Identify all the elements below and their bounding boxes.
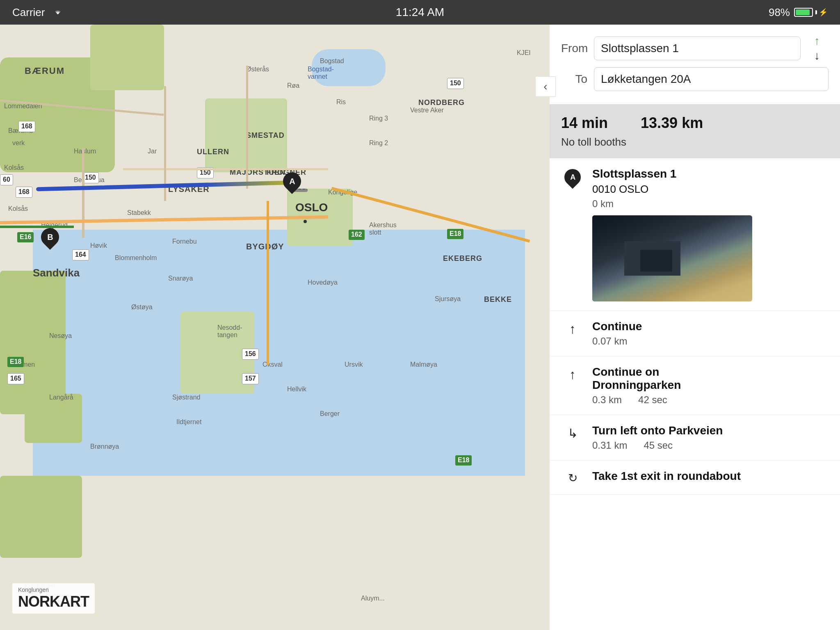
time-display: 11:24 AM: [396, 6, 444, 19]
road-e16: [0, 226, 74, 228]
direction-item-roundabout: ↻ Take 1st exit in roundabout: [550, 461, 840, 495]
direction-content-parkveien: Turn left onto Parkveien 0.31 km 45 sec: [592, 424, 829, 451]
to-input[interactable]: [594, 67, 829, 91]
label-bygdoy: BYGDØY: [246, 242, 284, 251]
swap-arrow-down-icon: ↓: [814, 49, 820, 62]
badge-e18-right: E18: [447, 229, 463, 239]
marker-a: A: [283, 172, 301, 195]
label-fornebu: Fornebu: [172, 238, 197, 245]
label-bekke: BEKKE: [484, 295, 512, 304]
swap-button[interactable]: ↑ ↓: [806, 34, 829, 62]
label-ildtjernet: Ildtjernet: [176, 418, 201, 426]
direction-time-parkveien: 45 sec: [644, 440, 673, 451]
label-nordberg: NORDBERG: [418, 98, 465, 107]
direction-title-continue: Continue: [592, 320, 829, 333]
label-ullern: ULLERN: [197, 148, 229, 156]
direction-title-parkveien: Turn left onto Parkveien: [592, 424, 829, 437]
direction-title-roundabout: Take 1st exit in roundabout: [592, 470, 829, 483]
label-kolsas2: Kolsås: [8, 205, 28, 212]
label-osteras: Østerås: [246, 66, 269, 73]
label-nesoddtangen: Nesodd-tangen: [217, 324, 242, 339]
label-kjei: KJEI: [517, 49, 531, 57]
direction-title-start: Slottsplassen 1: [592, 167, 829, 180]
direction-item-parkveien: ↱ Turn left onto Parkveien 0.31 km 45 se…: [550, 415, 840, 461]
map-area[interactable]: BÆRUM Bogstad Bogstad-vannet KJEI Lommed…: [0, 25, 550, 630]
label-hovik: Høvik: [90, 242, 107, 249]
badge-e18-bottom-left: E18: [7, 357, 24, 367]
label-baerum: BÆRUM: [25, 66, 65, 76]
badge-156: 156: [242, 349, 259, 360]
direction-distance-start: 0 km: [592, 198, 614, 210]
main-layout: BÆRUM Bogstad Bogstad-vannet KJEI Lommed…: [0, 25, 840, 630]
satellite-image: [592, 215, 752, 301]
from-row: From ↑ ↓: [561, 34, 829, 62]
label-sandvika: Sandvika: [33, 267, 80, 279]
from-input[interactable]: [594, 37, 801, 60]
label-roa: Røa: [287, 82, 299, 89]
badge-e16: E16: [17, 232, 34, 242]
label-hellvik: Hellvik: [287, 386, 306, 393]
direction-distance-parkveien: 0.31 km: [592, 440, 627, 451]
badge-162: 162: [349, 230, 365, 240]
back-button[interactable]: ‹: [535, 76, 556, 97]
summary-time: 14 min: [561, 114, 608, 132]
direction-content-continue: Continue 0.07 km: [592, 320, 829, 347]
badge-157: 157: [242, 373, 259, 384]
road-v2: [246, 66, 248, 189]
direction-distance-dronningparken: 0.3 km: [592, 394, 622, 406]
label-langara: Langårå: [49, 394, 73, 401]
label-oslo: OSLO: [295, 201, 328, 214]
to-label: To: [561, 73, 594, 86]
dot-marker: [304, 220, 307, 223]
label-jar: Jar: [148, 148, 157, 155]
road-e18-v: [267, 201, 269, 365]
norkart-subtext: Konglungen: [18, 587, 89, 593]
green-nesoya: [0, 476, 82, 558]
status-right: 98% ⚡: [769, 6, 828, 19]
label-bronnoya: Brønnøya: [90, 443, 119, 450]
battery-icon: ⚡: [794, 8, 828, 17]
direction-subtitle-start: 0010 OSLO: [592, 183, 829, 196]
label-ostoya: Østøya: [131, 304, 153, 311]
green-south-west: [25, 394, 82, 443]
direction-content-roundabout: Take 1st exit in roundabout: [592, 470, 829, 485]
battery-percent: 98%: [769, 6, 790, 19]
label-malmoya: Malmøya: [410, 361, 437, 368]
label-berger: Berger: [320, 410, 340, 418]
norkart-brand: NORKART: [18, 593, 89, 610]
label-sjostrand: Sjøstrand: [172, 394, 200, 401]
label-ring3: Ring 3: [369, 115, 388, 122]
badge-164: 164: [72, 249, 89, 260]
label-ekeberg: EKEBERG: [443, 254, 482, 263]
arrow-up-icon-1: ↑: [569, 322, 576, 337]
wifi-icon: [51, 6, 64, 19]
badge-150-1: 150: [82, 172, 99, 183]
summary-distance: 13.39 km: [641, 114, 703, 132]
carrier-label: Carrier: [12, 6, 45, 19]
direction-item-start: A Slottsplassen 1 0010 OSLO 0 km: [550, 158, 840, 311]
direction-content-dronningparken: Continue on Dronningparken 0.3 km 42 sec: [592, 365, 829, 406]
satellite-thumbnail: [592, 215, 752, 301]
directions-list[interactable]: A Slottsplassen 1 0010 OSLO 0 km: [550, 158, 840, 630]
swap-arrow-up-icon: ↑: [814, 34, 820, 48]
label-hovedoya: Hovedøya: [308, 279, 338, 286]
label-vestre-aker: Vestre Aker: [410, 107, 444, 114]
green-north: [90, 25, 164, 90]
road-v1: [82, 148, 84, 238]
direction-icon-roundabout: ↻: [561, 470, 584, 485]
green-west: [0, 271, 66, 414]
label-blommenholm: Blommenholm: [115, 254, 157, 262]
direction-icon-dronningparken: ↑: [561, 365, 584, 382]
direction-title-dronningparken: Continue on Dronningparken: [592, 365, 829, 392]
direction-icon-parkveien: ↱: [561, 424, 584, 440]
label-bogstadvannet: Bogstad-vannet: [308, 66, 334, 80]
label-snaroya: Snarøya: [168, 275, 193, 282]
to-row: To: [561, 67, 829, 91]
label-oksval: Oksval: [262, 361, 283, 368]
fjord-water: [33, 230, 525, 476]
badge-168-2: 168: [16, 187, 32, 198]
label-sjursoya: Sjursøya: [435, 295, 461, 303]
badge-e18-bottom-right: E18: [455, 455, 472, 466]
label-ring2: Ring 2: [369, 139, 388, 147]
label-stabekk: Stabekk: [127, 209, 151, 217]
